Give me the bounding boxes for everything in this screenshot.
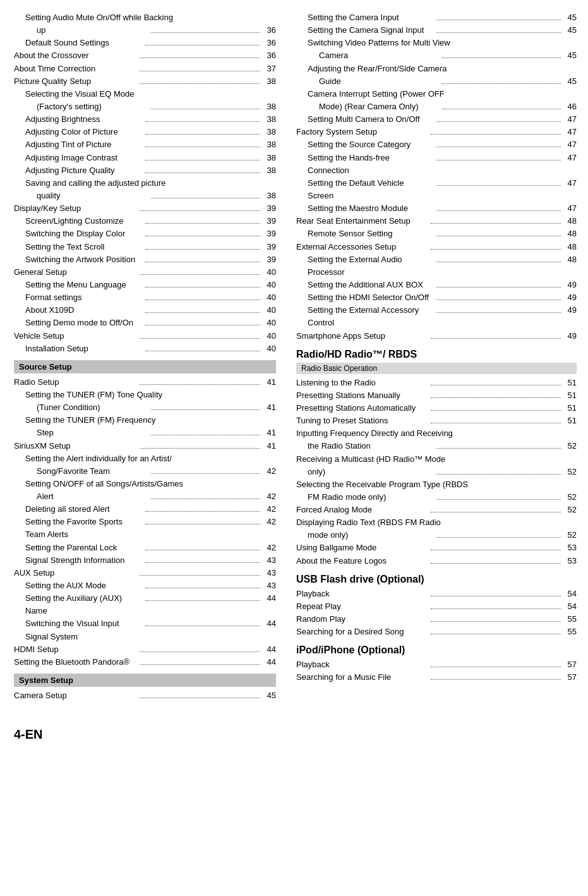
- list-item: Switching Video Patterns for Multi View: [296, 37, 577, 49]
- system-setup-header: System Setup: [14, 674, 276, 687]
- list-item: Setting the Source Category 47: [296, 138, 577, 151]
- list-item: Deleting all stored Alert 42: [14, 503, 276, 516]
- list-item: Random Play 55: [296, 613, 577, 626]
- list-item: Setting the External Audio Processor 48: [296, 253, 577, 279]
- list-item: Presetting Stations Manually 51: [296, 389, 577, 402]
- radio-subsection-header: Radio Basic Operation: [296, 363, 577, 374]
- list-item: Setting the TUNER (FM) Frequency: [14, 414, 276, 427]
- list-item: Setting the HDMI Selector On/Off 49: [296, 291, 577, 304]
- list-item: Adjusting Tint of Picture 38: [14, 138, 276, 151]
- list-item: Inputting Frequency Directly and Receivi…: [296, 427, 577, 440]
- list-item: Radio Setup 41: [14, 376, 276, 389]
- list-item: External Accessories Setup 48: [296, 241, 577, 253]
- list-item: quality 38: [14, 190, 276, 202]
- usb-entries: Playback 54 Repeat Play 54 Random Play 5…: [296, 588, 577, 639]
- list-item: Default Sound Settings 36: [14, 37, 276, 49]
- list-item: Song/Favorite Team 42: [14, 465, 276, 478]
- list-item: Setting the Additional AUX BOX 49: [296, 279, 577, 291]
- list-item: AUX Setup 43: [14, 567, 276, 579]
- radio-entries: Listening to the Radio 51 Presetting Sta…: [296, 377, 577, 567]
- usb-section-title: USB Flash drive (Optional): [296, 574, 577, 585]
- list-item: HDMI Setup 44: [14, 643, 276, 656]
- list-item: Picture Quality Setup 38: [14, 75, 276, 88]
- list-item: (Factory's setting) 38: [14, 100, 276, 113]
- list-item: the Radio Station 52: [296, 440, 577, 452]
- list-item: Adjusting Color of Picture 38: [14, 126, 276, 138]
- list-item: Remote Sensor Setting 48: [296, 227, 577, 240]
- list-item: (Tuner Condition) 41: [14, 401, 276, 414]
- source-setup-entries: Radio Setup 41 Setting the TUNER (FM) To…: [14, 376, 276, 669]
- list-item: FM Radio mode only) 52: [296, 491, 577, 504]
- list-item: Setting the Favorite Sports Team Alerts …: [14, 516, 276, 541]
- source-setup-header: Source Setup: [14, 360, 276, 373]
- left-column: Setting Audio Mute On/Off while Backing …: [0, 6, 287, 747]
- list-item: Mode) (Rear Camera Only) 46: [296, 100, 577, 113]
- list-item: Selecting the Receivable Program Type (R…: [296, 478, 577, 491]
- list-item: About the Feature Logos 53: [296, 555, 577, 567]
- list-item: Receiving a Multicast (HD Radio™ Mode: [296, 453, 577, 466]
- list-item: Playback 54: [296, 588, 577, 600]
- list-item: Setting the Default Vehicle Screen 47: [296, 177, 577, 202]
- list-item: Adjusting Picture Quality 38: [14, 164, 276, 177]
- list-item: Guide 45: [296, 75, 577, 88]
- list-item: Setting the Menu Language 40: [14, 279, 276, 291]
- list-item: Installation Setup 40: [14, 342, 276, 355]
- list-item: Displaying Radio Text (RBDS FM Radio: [296, 516, 577, 529]
- list-item: Adjusting Brightness 38: [14, 113, 276, 126]
- list-item: Setting Multi Camera to On/Off 47: [296, 113, 577, 126]
- list-item: Setting the Bluetooth Pandora® 44: [14, 656, 276, 669]
- list-item: Setting the Auxiliary (AUX) Name 44: [14, 592, 276, 617]
- list-item: About X109D 40: [14, 304, 276, 317]
- list-item: Switching the Visual Input Signal System…: [14, 617, 276, 643]
- list-item: Saving and calling the adjusted picture: [14, 177, 276, 190]
- list-item: Repeat Play 54: [296, 600, 577, 613]
- list-item: Setting the Camera Input 45: [296, 11, 577, 24]
- list-item: Tuning to Preset Stations 51: [296, 415, 577, 427]
- list-item: SiriusXM Setup 41: [14, 440, 276, 452]
- list-item: Searching for a Music File 57: [296, 671, 577, 684]
- right-column: Setting the Camera Input 45 Setting the …: [287, 6, 588, 747]
- ipod-section-title: iPod/iPhone (Optional): [296, 645, 577, 656]
- list-item: Setting ON/OFF of all Songs/Artists/Game…: [14, 478, 276, 490]
- list-item: Signal Strength Information 43: [14, 554, 276, 567]
- list-item: Setting the AUX Mode 43: [14, 579, 276, 592]
- list-item: About Time Correction 37: [14, 63, 276, 75]
- list-item: Switching the Display Color 39: [14, 227, 276, 240]
- list-item: Alert 42: [14, 490, 276, 503]
- list-item: Factory System Setup 47: [296, 126, 577, 138]
- list-item: Playback 57: [296, 658, 577, 671]
- system-setup-entries: Camera Setup 45: [14, 689, 276, 702]
- list-item: Setting the External Accessory Control 4…: [296, 304, 577, 329]
- list-item: Setting the Parental Lock 42: [14, 542, 276, 554]
- list-item: Switching the Artwork Position 39: [14, 253, 276, 266]
- list-item: Setting the Text Scroll 39: [14, 241, 276, 253]
- page-footer-label: 4-EN: [14, 727, 43, 741]
- list-item: Setting the Hands-free Connection 47: [296, 152, 577, 177]
- list-item: Selecting the Visual EQ Mode: [14, 88, 276, 100]
- list-item: Using Ballgame Mode 53: [296, 542, 577, 554]
- list-item: Camera 45: [296, 49, 577, 62]
- list-item: Setting the Alert individually for an Ar…: [14, 452, 276, 465]
- list-item: Setting the Maestro Module 47: [296, 202, 577, 215]
- list-item: mode only) 52: [296, 529, 577, 542]
- list-item: Searching for a Desired Song 55: [296, 626, 577, 638]
- list-item: Forced Analog Mode 52: [296, 504, 577, 516]
- list-item: Adjusting the Rear/Front/Side Camera: [296, 63, 577, 75]
- top-entries: Setting Audio Mute On/Off while Backing …: [14, 11, 276, 355]
- list-item: Setting the TUNER (FM) Tone Quality: [14, 389, 276, 401]
- camera-entries: Setting the Camera Input 45 Setting the …: [296, 11, 577, 342]
- list-item: only) 52: [296, 466, 577, 478]
- list-item: Screen/Lighting Customize 39: [14, 215, 276, 227]
- list-item: Setting Demo mode to Off/On 40: [14, 317, 276, 329]
- list-item: Listening to the Radio 51: [296, 377, 577, 389]
- list-item: Vehicle Setup 40: [14, 330, 276, 342]
- list-item: Presetting Stations Automatically 51: [296, 402, 577, 415]
- list-item: Smartphone Apps Setup 49: [296, 330, 577, 342]
- radio-section-title: Radio/HD Radio™/ RBDS: [296, 349, 577, 360]
- list-item: General Setup 40: [14, 266, 276, 279]
- list-item: Camera Interrupt Setting (Power OFF: [296, 88, 577, 100]
- list-item: Setting the Camera Signal Input 45: [296, 24, 577, 37]
- list-item: Camera Setup 45: [14, 689, 276, 702]
- list-item: Display/Key Setup 39: [14, 202, 276, 215]
- ipod-entries: Playback 57 Searching for a Music File 5…: [296, 658, 577, 684]
